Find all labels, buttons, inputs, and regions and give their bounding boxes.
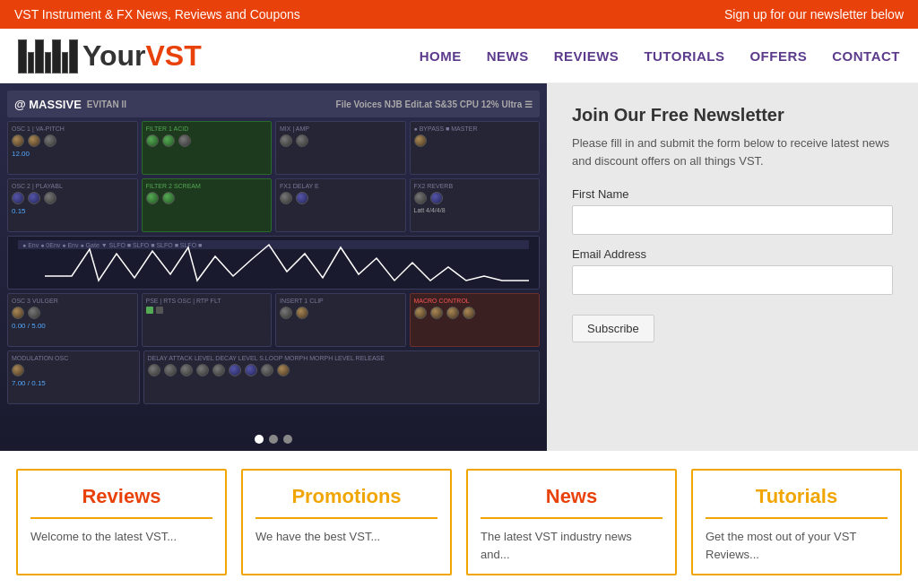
email-input[interactable] bbox=[572, 265, 893, 295]
card-promotions-text: We have the best VST... bbox=[255, 528, 437, 546]
banner-left-text: VST Instrument & FX News, Reviews and Co… bbox=[14, 7, 300, 22]
card-tutorials-title: Tutorials bbox=[706, 485, 888, 508]
top-banner: VST Instrument & FX News, Reviews and Co… bbox=[0, 0, 918, 29]
card-tutorials-text: Get the most out of your VST Reviews... bbox=[706, 528, 888, 563]
card-news-title: News bbox=[481, 485, 663, 508]
card-reviews-text: Welcome to the latest VST... bbox=[30, 528, 212, 546]
nav-reviews[interactable]: REVIEWS bbox=[554, 48, 619, 64]
newsletter-description: Please fill in and submit the form below… bbox=[572, 134, 893, 169]
card-tutorials-divider bbox=[706, 517, 888, 519]
newsletter-title: Join Our Free Newsletter bbox=[572, 105, 893, 125]
nav-contact[interactable]: CONTACT bbox=[832, 48, 900, 64]
card-tutorials: Tutorials Get the most out of your VST R… bbox=[691, 469, 902, 575]
cards-section: Reviews Welcome to the latest VST... Pro… bbox=[0, 451, 918, 588]
first-name-group: First Name bbox=[572, 187, 893, 235]
carousel-dots bbox=[255, 435, 292, 444]
card-news: News The latest VST industry news and... bbox=[466, 469, 677, 575]
newsletter-panel: Join Our Free Newsletter Please fill in … bbox=[547, 83, 918, 451]
card-news-text: The latest VST industry news and... bbox=[481, 528, 663, 563]
card-news-divider bbox=[481, 517, 663, 519]
card-promotions: Promotions We have the best VST... bbox=[241, 469, 452, 575]
dot-1[interactable] bbox=[255, 435, 264, 444]
hero-section: @ MASSIVE EVITAN II File Voices NJB Edit… bbox=[0, 83, 918, 451]
subscribe-button[interactable]: Subscribe bbox=[572, 315, 654, 342]
card-reviews-title: Reviews bbox=[30, 485, 212, 508]
header: YourVST HOME NEWS REVIEWS TUTORIALS OFFE… bbox=[0, 29, 918, 83]
dot-3[interactable] bbox=[283, 435, 292, 444]
nav-news[interactable]: NEWS bbox=[487, 48, 529, 64]
card-reviews: Reviews Welcome to the latest VST... bbox=[16, 469, 227, 575]
card-reviews-divider bbox=[30, 517, 212, 519]
card-promotions-title: Promotions bbox=[255, 485, 437, 508]
logo-vst-text: VST bbox=[146, 39, 202, 72]
svg-text:● Env ● 0Env ● Env ● Gate ▼ SL: ● Env ● 0Env ● Env ● Gate ▼ SLFO ■ SLFO … bbox=[22, 242, 202, 248]
email-group: Email Address bbox=[572, 247, 893, 295]
hero-synth-image: @ MASSIVE EVITAN II File Voices NJB Edit… bbox=[0, 83, 547, 451]
dot-2[interactable] bbox=[269, 435, 278, 444]
email-label: Email Address bbox=[572, 247, 893, 261]
first-name-input[interactable] bbox=[572, 205, 893, 235]
first-name-label: First Name bbox=[572, 187, 893, 201]
logo[interactable]: YourVST bbox=[18, 38, 202, 74]
nav-offers[interactable]: OFFERS bbox=[749, 48, 807, 64]
logo-your-text: Your bbox=[82, 39, 146, 72]
nav-home[interactable]: HOME bbox=[420, 48, 462, 64]
main-nav: HOME NEWS REVIEWS TUTORIALS OFFERS CONTA… bbox=[420, 48, 900, 64]
card-promotions-divider bbox=[255, 517, 437, 519]
nav-tutorials[interactable]: TUTORIALS bbox=[644, 48, 724, 64]
banner-right-text: Sign up for our newsletter below bbox=[724, 7, 904, 22]
logo-piano-icon bbox=[18, 38, 79, 74]
